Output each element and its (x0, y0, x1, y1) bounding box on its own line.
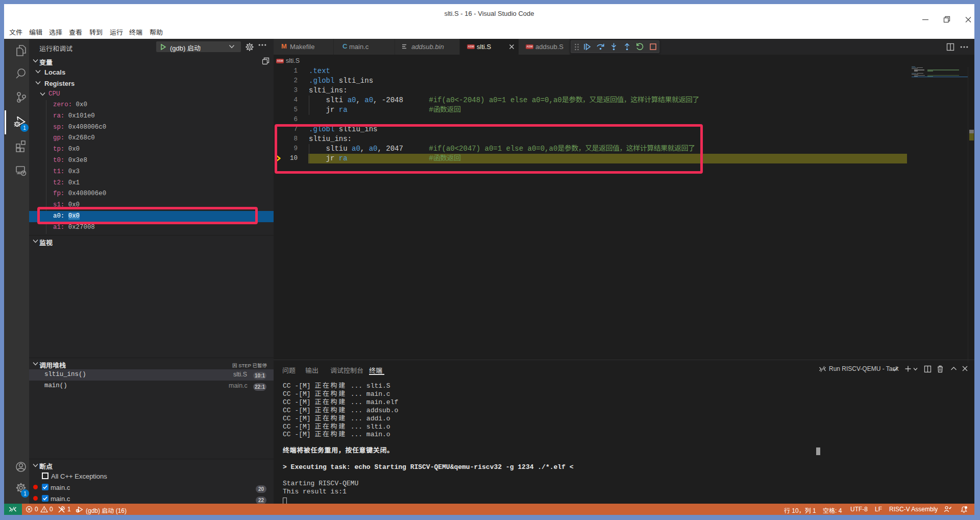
svg-text:1: 1 (23, 125, 26, 131)
svg-text:1: 1 (23, 491, 27, 497)
